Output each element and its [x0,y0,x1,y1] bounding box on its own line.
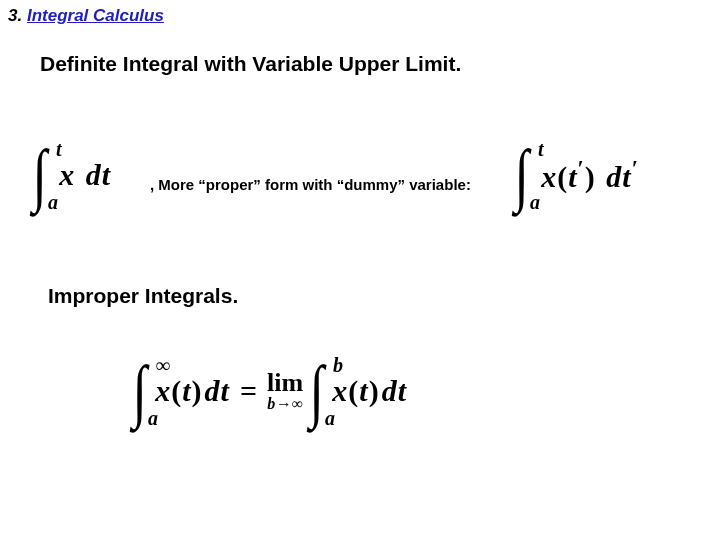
rhs-integrand: x(t)dt [326,374,407,408]
slide: 3. Integral Calculus Definite Integral w… [0,0,720,540]
lhs-integrand: x(t)dt [149,374,230,408]
lim-sub: b→∞ [267,396,303,412]
lower-limit: a [325,407,335,430]
lower-limit: a [48,191,58,214]
upper-limit: b [333,354,343,377]
chapter-heading: 3. Integral Calculus [8,6,164,26]
equals-sign: = [230,374,267,408]
equation-improper-integral: ∫ ∞ a x(t)dt = lim b→∞ ∫ b a x(t)dt [130,356,407,426]
integral-sign: ∫ ∞ a [130,356,149,426]
section-heading-2: Improper Integrals. [48,284,238,308]
chapter-title: Integral Calculus [27,6,164,25]
lower-limit: a [530,191,540,214]
differential: dt′ [604,160,639,193]
upper-limit: ∞ [156,354,170,377]
limit: lim b→∞ [267,370,303,412]
arg: t [568,160,577,193]
upper-limit: t [56,138,62,161]
integral-sign: ∫ t a [30,140,49,210]
equation-variable-upper-limit: ∫ t a x dt [30,140,111,210]
lower-limit: a [148,407,158,430]
integrand-var: x [59,158,75,191]
section-heading-1: Definite Integral with Variable Upper Li… [40,52,461,76]
integrand: x(t′) dt′ [535,156,639,194]
integrand: x dt [53,158,111,192]
differential: dt [84,158,111,191]
integral-sign: ∫ t a [512,140,531,210]
fn: x [541,160,557,193]
upper-limit: t [538,138,544,161]
equation-dummy-variable: ∫ t a x(t′) dt′ [512,140,639,210]
prime: ′ [578,156,585,181]
chapter-number: 3. [8,6,22,25]
inline-note: , More “proper” form with “dummy” variab… [150,176,471,193]
lim-word: lim [267,370,303,396]
integral-sign: ∫ b a [307,356,326,426]
